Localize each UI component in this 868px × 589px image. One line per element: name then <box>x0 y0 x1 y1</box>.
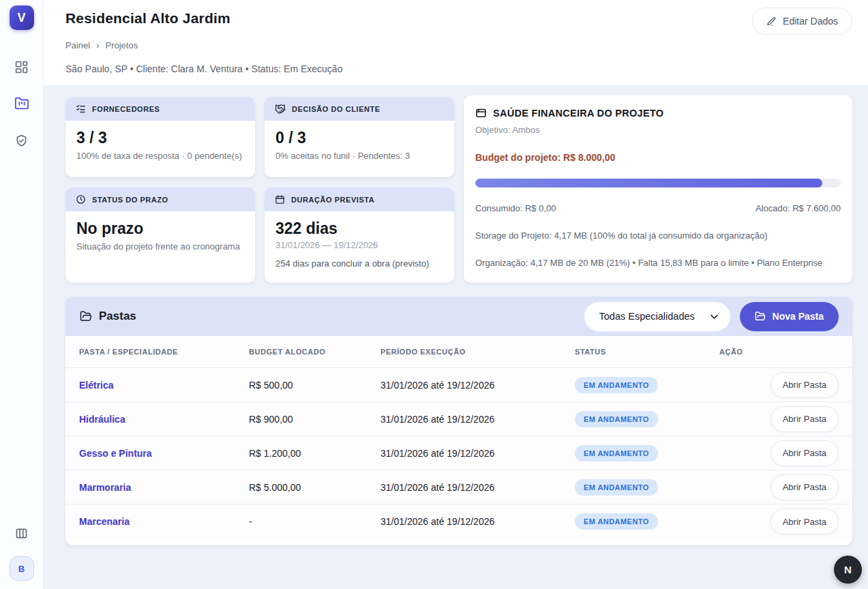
breadcrumb-painel[interactable]: Painel <box>65 40 90 50</box>
table-row: Marmoraria R$ 5.000,00 31/01/2026 até 19… <box>65 470 852 504</box>
specialty-filter-select[interactable]: Todas Especialidades <box>584 302 730 331</box>
pencil-icon <box>766 16 777 27</box>
card-decisao-header: DECISÃO DO CLIENTE <box>265 97 454 121</box>
duracao-value: 322 dias <box>275 220 443 238</box>
card-fornecedores: FORNECEDORES 3 / 3 100% de taxa de respo… <box>65 97 255 177</box>
duracao-extra: 254 dias para concluir a obra (previsto) <box>275 258 443 269</box>
card-duracao-title: DURAÇÃO PREVISTA <box>291 196 374 204</box>
prazo-value: No prazo <box>76 220 244 238</box>
col-periodo: PERÍODO EXECUÇÃO <box>380 348 575 356</box>
folders-section: Pastas Todas Especialidades Nova Pasta <box>65 297 852 545</box>
open-folder-button[interactable]: Abrir Pasta <box>770 474 839 500</box>
table-header-row: PASTA / ESPECIALIDADE BUDGET ALOCADO PER… <box>65 336 852 368</box>
folder-open-icon <box>80 310 92 322</box>
breadcrumb-separator: › <box>96 40 99 50</box>
dashboard-grid-icon[interactable] <box>14 59 30 75</box>
folder-name-link[interactable]: Marcenaria <box>79 516 249 527</box>
period-cell: 31/01/2026 até 19/12/2026 <box>380 516 575 527</box>
table-row: Gesso e Pintura R$ 1.200,00 31/01/2026 a… <box>65 436 852 470</box>
app-logo[interactable]: V <box>10 5 34 30</box>
period-cell: 31/01/2026 até 19/12/2026 <box>380 414 575 425</box>
col-pasta: PASTA / ESPECIALIDADE <box>79 348 249 356</box>
budget-progress-bar <box>475 179 841 187</box>
financial-organization: Organização: 4,17 MB de 20 MB (21%) • Fa… <box>475 258 841 268</box>
col-status: STATUS <box>575 348 719 356</box>
fornecedores-value: 3 / 3 <box>76 129 244 147</box>
columns-icon[interactable] <box>14 525 30 541</box>
financial-allocated: Alocado: R$ 7.600,00 <box>755 203 841 213</box>
financial-budget: Budget do projeto: R$ 8.000,00 <box>475 152 841 163</box>
folder-name-link[interactable]: Elétrica <box>79 380 249 391</box>
col-budget: BUDGET ALOCADO <box>249 348 380 356</box>
financial-storage: Storage do Projeto: 4,17 MB (100% do tot… <box>475 230 841 241</box>
open-folder-button[interactable]: Abrir Pasta <box>770 372 839 398</box>
calendar-icon <box>275 194 285 205</box>
user-avatar[interactable]: B <box>10 556 34 581</box>
projects-folder-icon[interactable] <box>14 95 30 112</box>
edit-data-button[interactable]: Editar Dados <box>752 7 852 35</box>
new-folder-icon <box>755 311 766 322</box>
shield-check-icon[interactable] <box>14 132 30 149</box>
app-logo-letter: V <box>17 11 25 25</box>
budget-cell: - <box>249 516 380 527</box>
wallet-icon <box>475 107 487 119</box>
financial-title: SAÚDE FINANCEIRA DO PROJETO <box>493 108 663 119</box>
financial-consumed: Consumido: R$ 0,00 <box>475 203 556 213</box>
col-acao: AÇÃO <box>719 348 839 356</box>
fornecedores-subtitle: 100% de taxa de resposta · 0 pendente(s) <box>76 151 244 161</box>
table-row: Elétrica R$ 500,00 31/01/2026 até 19/12/… <box>65 368 852 402</box>
card-fornecedores-header: FORNECEDORES <box>65 97 255 121</box>
budget-progress-fill <box>475 179 822 187</box>
budget-cell: R$ 500,00 <box>249 380 380 391</box>
financial-objective: Objetivo: Ambos <box>475 125 841 135</box>
table-row: Marcenaria - 31/01/2026 até 19/12/2026 E… <box>65 504 852 539</box>
card-fornecedores-title: FORNECEDORES <box>92 105 160 113</box>
user-avatar-letter: B <box>18 564 25 574</box>
card-saude-financeira: SAÚDE FINANCEIRA DO PROJETO Objetivo: Am… <box>464 95 852 283</box>
card-duracao-prevista: DURAÇÃO PREVISTA 322 dias 31/01/2026 — 1… <box>265 187 454 283</box>
sidebar-bottom: B <box>10 525 34 581</box>
status-badge: EM ANDAMENTO <box>575 445 658 462</box>
duracao-dates: 31/01/2026 — 19/12/2026 <box>275 240 443 250</box>
breadcrumb: Painel › Projetos <box>65 40 138 50</box>
main-content: Residencial Alto Jardim Painel › Projeto… <box>44 0 868 589</box>
open-folder-button[interactable]: Abrir Pasta <box>770 406 839 432</box>
decisao-value: 0 / 3 <box>275 129 443 147</box>
new-folder-button[interactable]: Nova Pasta <box>740 302 839 331</box>
folder-name-link[interactable]: Gesso e Pintura <box>79 448 249 459</box>
card-prazo-header: STATUS DO PRAZO <box>65 187 255 211</box>
card-prazo-title: STATUS DO PRAZO <box>92 196 168 204</box>
handshake-icon <box>275 104 286 115</box>
project-subtitle: São Paulo, SP • Cliente: Clara M. Ventur… <box>65 63 342 74</box>
status-badge: EM ANDAMENTO <box>575 377 658 393</box>
clock-icon <box>76 194 86 205</box>
status-badge: EM ANDAMENTO <box>575 513 658 530</box>
card-status-prazo: STATUS DO PRAZO No prazo Situação do pro… <box>65 187 255 283</box>
period-cell: 31/01/2026 até 19/12/2026 <box>380 482 575 493</box>
folders-table: PASTA / ESPECIALIDADE BUDGET ALOCADO PER… <box>65 336 852 539</box>
sidebar: V B <box>0 0 44 589</box>
sidebar-nav <box>14 59 30 149</box>
period-cell: 31/01/2026 até 19/12/2026 <box>380 380 575 391</box>
card-decisao-title: DECISÃO DO CLIENTE <box>292 105 380 113</box>
prazo-subtitle: Situação do projeto frente ao cronograma <box>76 241 244 252</box>
folders-title: Pastas <box>99 309 136 323</box>
new-folder-label: Nova Pasta <box>773 311 824 322</box>
card-duracao-header: DURAÇÃO PREVISTA <box>265 187 454 211</box>
floating-n-button[interactable]: N <box>834 556 862 584</box>
decisao-subtitle: 0% aceitas no funil · Pendentes: 3 <box>275 151 443 161</box>
breadcrumb-projetos[interactable]: Projetos <box>105 40 138 50</box>
folder-name-link[interactable]: Marmoraria <box>79 482 249 493</box>
period-cell: 31/01/2026 até 19/12/2026 <box>380 448 575 459</box>
open-folder-button[interactable]: Abrir Pasta <box>770 440 839 466</box>
page-title: Residencial Alto Jardim <box>65 10 230 27</box>
status-badge: EM ANDAMENTO <box>575 411 658 427</box>
page-header: Residencial Alto Jardim Painel › Projeto… <box>44 0 868 85</box>
open-folder-button[interactable]: Abrir Pasta <box>770 509 839 534</box>
table-row: Hidráulica R$ 900,00 31/01/2026 até 19/1… <box>65 402 852 436</box>
budget-cell: R$ 1.200,00 <box>249 448 380 459</box>
card-decisao-cliente: DECISÃO DO CLIENTE 0 / 3 0% aceitas no f… <box>265 97 454 177</box>
table-body: Elétrica R$ 500,00 31/01/2026 até 19/12/… <box>65 368 852 539</box>
folder-name-link[interactable]: Hidráulica <box>79 414 249 425</box>
folders-header: Pastas Todas Especialidades Nova Pasta <box>65 297 852 336</box>
